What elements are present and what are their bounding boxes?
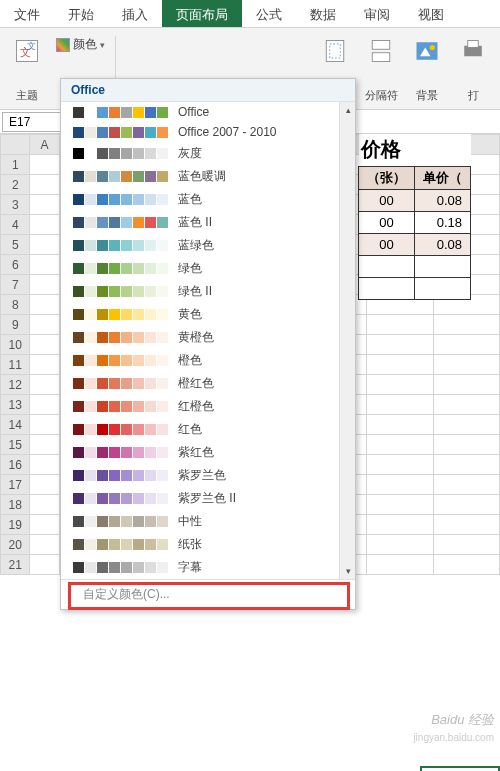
cell[interactable] bbox=[367, 395, 433, 415]
theme-绿色[interactable]: 绿色 bbox=[61, 257, 355, 280]
cell[interactable] bbox=[433, 315, 499, 335]
cell[interactable] bbox=[433, 415, 499, 435]
cell[interactable] bbox=[30, 395, 59, 415]
row-header-21[interactable]: 21 bbox=[1, 555, 30, 575]
cell[interactable] bbox=[433, 475, 499, 495]
custom-colors-item[interactable]: 自定义颜色(C)... bbox=[61, 579, 355, 609]
tab-页面布局[interactable]: 页面布局 bbox=[162, 0, 242, 27]
cell[interactable] bbox=[30, 275, 59, 295]
tab-插入[interactable]: 插入 bbox=[108, 0, 162, 27]
theme-蓝绿色[interactable]: 蓝绿色 bbox=[61, 234, 355, 257]
cell[interactable] bbox=[30, 555, 59, 575]
cell[interactable] bbox=[367, 495, 433, 515]
cell[interactable] bbox=[30, 335, 59, 355]
col-header-A[interactable]: A bbox=[30, 135, 59, 155]
theme-纸张[interactable]: 纸张 bbox=[61, 533, 355, 556]
theme-字幕[interactable]: 字幕 bbox=[61, 556, 355, 579]
cell[interactable] bbox=[367, 475, 433, 495]
cell[interactable] bbox=[367, 335, 433, 355]
row-header-9[interactable]: 9 bbox=[1, 315, 30, 335]
cell[interactable] bbox=[367, 375, 433, 395]
cell[interactable] bbox=[367, 455, 433, 475]
theme-蓝色 II[interactable]: 蓝色 II bbox=[61, 211, 355, 234]
theme-Office[interactable]: Office bbox=[61, 102, 355, 122]
row-header-13[interactable]: 13 bbox=[1, 395, 30, 415]
cell[interactable] bbox=[433, 535, 499, 555]
theme-橙色[interactable]: 橙色 bbox=[61, 349, 355, 372]
tab-审阅[interactable]: 审阅 bbox=[350, 0, 404, 27]
cell[interactable] bbox=[30, 455, 59, 475]
theme-黄色[interactable]: 黄色 bbox=[61, 303, 355, 326]
tab-开始[interactable]: 开始 bbox=[54, 0, 108, 27]
row-header-15[interactable]: 15 bbox=[1, 435, 30, 455]
theme-蓝色[interactable]: 蓝色 bbox=[61, 188, 355, 211]
cell[interactable] bbox=[30, 515, 59, 535]
cell[interactable] bbox=[30, 375, 59, 395]
breaks-button[interactable]: 分隔符 bbox=[360, 32, 402, 105]
theme-中性[interactable]: 中性 bbox=[61, 510, 355, 533]
tab-公式[interactable]: 公式 bbox=[242, 0, 296, 27]
cell[interactable] bbox=[30, 235, 59, 255]
dropdown-scrollbar[interactable]: ▴ ▾ bbox=[339, 102, 355, 579]
theme-绿色 II[interactable]: 绿色 II bbox=[61, 280, 355, 303]
cell[interactable] bbox=[433, 555, 499, 575]
themes-group[interactable]: 文文 主题 bbox=[6, 32, 48, 105]
cell[interactable] bbox=[367, 415, 433, 435]
tab-文件[interactable]: 文件 bbox=[0, 0, 54, 27]
row-header-12[interactable]: 12 bbox=[1, 375, 30, 395]
cell[interactable] bbox=[30, 435, 59, 455]
cell[interactable] bbox=[433, 515, 499, 535]
row-header-11[interactable]: 11 bbox=[1, 355, 30, 375]
print-button[interactable]: 打 bbox=[452, 32, 494, 105]
select-all[interactable] bbox=[1, 135, 30, 155]
theme-红色[interactable]: 红色 bbox=[61, 418, 355, 441]
row-header-8[interactable]: 8 bbox=[1, 295, 30, 315]
cell[interactable] bbox=[367, 435, 433, 455]
cell[interactable] bbox=[433, 455, 499, 475]
cell[interactable] bbox=[30, 255, 59, 275]
cell[interactable] bbox=[30, 475, 59, 495]
row-header-19[interactable]: 19 bbox=[1, 515, 30, 535]
background-button[interactable]: 背景 bbox=[406, 32, 448, 105]
theme-紫红色[interactable]: 紫红色 bbox=[61, 441, 355, 464]
scroll-down-icon[interactable]: ▾ bbox=[340, 563, 355, 579]
row-header-3[interactable]: 3 bbox=[1, 195, 30, 215]
row-header-2[interactable]: 2 bbox=[1, 175, 30, 195]
row-header-20[interactable]: 20 bbox=[1, 535, 30, 555]
row-header-5[interactable]: 5 bbox=[1, 235, 30, 255]
cell[interactable] bbox=[367, 355, 433, 375]
theme-Office 2007 - 2010[interactable]: Office 2007 - 2010 bbox=[61, 122, 355, 142]
scroll-up-icon[interactable]: ▴ bbox=[340, 102, 355, 118]
theme-红橙色[interactable]: 红橙色 bbox=[61, 395, 355, 418]
cell[interactable] bbox=[433, 495, 499, 515]
theme-紫罗兰色 II[interactable]: 紫罗兰色 II bbox=[61, 487, 355, 510]
tab-视图[interactable]: 视图 bbox=[404, 0, 458, 27]
cell[interactable] bbox=[433, 375, 499, 395]
cell[interactable] bbox=[30, 175, 59, 195]
cell[interactable] bbox=[30, 535, 59, 555]
row-header-17[interactable]: 17 bbox=[1, 475, 30, 495]
cell[interactable] bbox=[433, 335, 499, 355]
cell[interactable] bbox=[367, 515, 433, 535]
cell[interactable] bbox=[30, 495, 59, 515]
row-header-1[interactable]: 1 bbox=[1, 155, 30, 175]
cell[interactable] bbox=[30, 155, 59, 175]
theme-黄橙色[interactable]: 黄橙色 bbox=[61, 326, 355, 349]
colors-button[interactable]: 颜色 ▾ bbox=[52, 34, 109, 55]
cell[interactable] bbox=[30, 415, 59, 435]
cell[interactable] bbox=[30, 195, 59, 215]
cell[interactable] bbox=[367, 315, 433, 335]
cell[interactable] bbox=[433, 355, 499, 375]
row-header-14[interactable]: 14 bbox=[1, 415, 30, 435]
cell[interactable] bbox=[367, 555, 433, 575]
cell[interactable] bbox=[30, 295, 59, 315]
row-header-7[interactable]: 7 bbox=[1, 275, 30, 295]
theme-灰度[interactable]: 灰度 bbox=[61, 142, 355, 165]
row-header-4[interactable]: 4 bbox=[1, 215, 30, 235]
theme-橙红色[interactable]: 橙红色 bbox=[61, 372, 355, 395]
cell[interactable] bbox=[30, 355, 59, 375]
cell[interactable] bbox=[30, 215, 59, 235]
cell[interactable] bbox=[30, 315, 59, 335]
theme-紫罗兰色[interactable]: 紫罗兰色 bbox=[61, 464, 355, 487]
row-header-16[interactable]: 16 bbox=[1, 455, 30, 475]
